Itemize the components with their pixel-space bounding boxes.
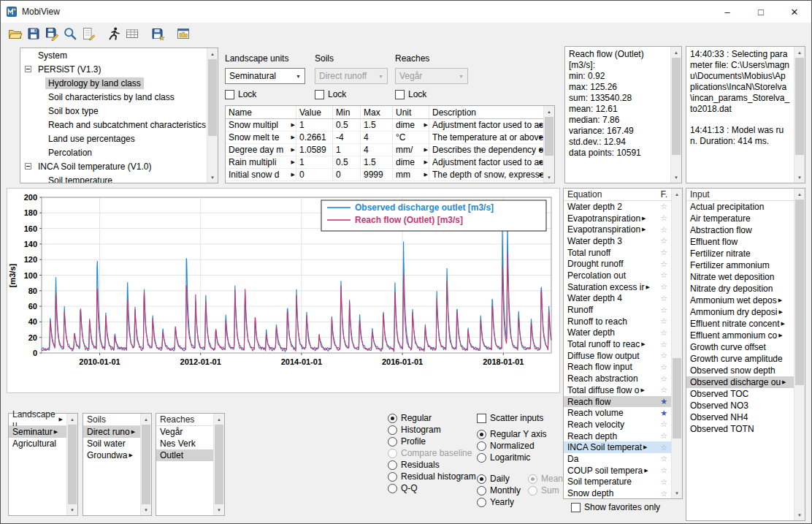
input-item[interactable]: Air temperature [686,213,794,224]
equation-item[interactable]: Evapotranspiration▶☆ [564,224,671,235]
scroll-down-arrow-icon[interactable]: ▼ [67,504,77,515]
plot-mode-q-q[interactable]: Q-Q [388,482,476,494]
input-item[interactable]: Effluent flow [686,236,794,248]
equation-item[interactable]: Water depth☆ [564,327,671,339]
scroll-down-arrow-icon[interactable]: ▼ [207,172,218,183]
equation-item[interactable]: Runoff to reach☆ [564,316,671,327]
scroll-down-arrow-icon[interactable]: ▼ [214,504,224,515]
interval-daily[interactable]: Daily [477,473,521,485]
input-item[interactable]: Actual precipitation [686,201,794,213]
tree-item[interactable]: Percolation [20,145,207,159]
input-item[interactable]: Ammonium wet depos▶ [686,295,794,306]
favorite-star-icon[interactable]: ☆ [660,306,667,314]
favorite-star-icon[interactable]: ☆ [660,444,667,452]
favorite-star-icon[interactable]: ☆ [660,202,667,210]
favorite-star-icon[interactable]: ☆ [660,260,667,268]
index-item[interactable]: Agricultural [9,438,66,449]
index-item[interactable]: Seminatur▶ [9,426,66,438]
favorite-star-filled-icon[interactable]: ★ [660,398,667,406]
tree-item[interactable]: Soil box type [20,104,207,118]
favorite-star-icon[interactable]: ☆ [660,363,667,371]
index-item[interactable]: Vegår [156,426,213,438]
param-row[interactable]: Initial snow d▶009999mm▶The depth of sno… [226,169,543,181]
equation-item[interactable]: Reach velocity☆ [564,419,671,430]
favorite-star-icon[interactable]: ☆ [660,455,667,463]
equation-item[interactable]: Total runoff to reac▶☆ [564,338,671,350]
index-item[interactable]: Groundwa▶ [83,449,140,461]
equation-item[interactable]: Water depth 2☆ [564,201,671,213]
minimize-button[interactable]: – [710,1,744,23]
tree-item[interactable]: Soil temperature [20,173,207,183]
equation-item[interactable]: Runoff☆ [564,304,671,316]
open-file-icon[interactable] [6,25,24,42]
favorite-star-icon[interactable]: ☆ [660,248,667,257]
input-item[interactable]: Effluent ammonium co▶ [686,330,794,341]
equation-item[interactable]: Water depth 4☆ [564,293,671,305]
equation-item[interactable]: Evapotranspiration▶☆ [564,213,671,224]
favorite-star-icon[interactable]: ☆ [660,386,667,394]
favorite-star-icon[interactable]: ☆ [660,329,667,337]
favorite-star-icon[interactable]: ☆ [660,317,667,325]
tree-item[interactable]: Land use percentages [20,132,207,145]
equation-item[interactable]: Water depth 3☆ [564,235,671,247]
scroll-up-arrow-icon[interactable]: ▲ [67,414,77,425]
equation-item[interactable]: Reach abstraction☆ [564,373,671,384]
favorite-star-icon[interactable]: ☆ [660,352,667,360]
scroll-down-arrow-icon[interactable]: ▼ [671,172,681,183]
equation-item[interactable]: Soil temperature☆ [564,476,671,488]
param-value-cell[interactable]: 0.2661 [296,132,333,143]
revert-baseline-icon[interactable] [174,25,192,42]
interval-monthly[interactable]: Monthly [477,485,521,496]
input-item[interactable]: Nitrate dry deposition [686,283,794,295]
equation-item[interactable]: Diffuse flow output☆ [564,350,671,362]
favorite-star-icon[interactable]: ☆ [660,375,667,383]
favorite-star-icon[interactable]: ☆ [660,432,667,440]
tree-item[interactable]: Hydrology by land class [20,76,207,90]
close-button[interactable]: ✕ [778,1,811,23]
tree-collapse-icon[interactable] [25,163,31,170]
param-value-cell[interactable]: 0 [296,169,333,181]
tree-item[interactable]: Reach and subcatchment characteristics [20,118,207,132]
scrollbar-thumb[interactable] [142,425,150,504]
scroll-up-arrow-icon[interactable]: ▲ [544,106,554,117]
favorite-star-icon[interactable]: ☆ [660,341,667,349]
equation-item[interactable]: Reach volume★ [564,407,671,419]
scrollbar-thumb[interactable] [795,58,804,155]
run-model-icon[interactable] [104,25,123,42]
y-axis-mode-regular-y-axis[interactable]: Regular Y axis [477,428,547,440]
scrollbar-thumb[interactable] [215,425,223,504]
plot-mode-residual-histogram[interactable]: Residual histogram [388,471,476,482]
index-item[interactable]: Outlet [156,449,213,461]
favorite-star-icon[interactable]: ☆ [660,237,667,245]
save-parameters-icon[interactable] [24,25,42,42]
scatter-inputs-checkbox[interactable]: Scatter inputs [477,412,547,424]
scroll-up-arrow-icon[interactable]: ▲ [794,47,805,58]
scroll-down-arrow-icon[interactable]: ▼ [794,172,805,183]
lock-checkbox-reaches[interactable]: Lock [395,89,426,99]
favorite-star-icon[interactable]: ☆ [660,283,667,291]
tree-collapse-icon[interactable] [25,66,31,72]
input-item[interactable]: Growth curve offset [686,341,794,353]
y-axis-mode-logaritmic[interactable]: Logaritmic [477,452,547,463]
favorite-star-icon[interactable]: ☆ [660,214,667,222]
save-parameters-as-icon[interactable] [42,25,61,42]
scroll-down-arrow-icon[interactable]: ▼ [141,504,151,515]
equation-item[interactable]: Total runoff☆ [564,247,671,259]
param-row[interactable]: Snow multipl▶10.51.5dime▶Adjustment fact… [226,119,543,132]
equation-item[interactable]: Reach flow input☆ [564,362,671,373]
scrollbar-thumb[interactable] [795,200,804,385]
input-item[interactable]: Observed NO3 [686,400,794,411]
timeseries-plot[interactable]: 0204060801001201401601802002010-01-01201… [7,189,558,391]
scrollbar-thumb[interactable] [545,117,554,156]
input-item[interactable]: Observed snow depth [686,365,794,376]
scroll-up-arrow-icon[interactable]: ▲ [671,47,681,58]
favorite-star-icon[interactable]: ☆ [660,271,667,279]
favorite-star-icon[interactable]: ☆ [660,478,667,486]
scroll-up-arrow-icon[interactable]: ▲ [141,414,151,425]
input-item[interactable]: Abstraction flow [686,224,794,236]
tree-item[interactable]: INCA Soil temperature (V1.0) [20,159,207,173]
equation-item[interactable]: Reach flow★ [564,396,671,408]
input-item[interactable]: Growth curve amplitude [686,353,794,365]
equation-item[interactable]: COUP soil tempera▶☆ [564,465,671,476]
index-item[interactable]: Direct runo▶ [83,426,140,438]
